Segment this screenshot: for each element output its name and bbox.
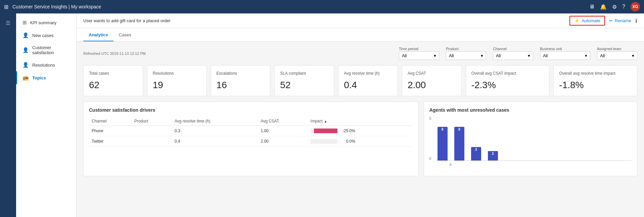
filter-time-period-label: Time period — [399, 47, 439, 51]
kpi-card-resolve-impact: Overall avg resolve time impact -1.8% — [553, 65, 637, 96]
tabs-bar: Analytics Cases — [77, 28, 644, 41]
col-channel: Channel — [89, 117, 132, 126]
kpi-label: Escalations — [217, 71, 265, 76]
x-axis-labels: 0 — [438, 160, 632, 169]
sidebar-item-label: New cases — [32, 33, 54, 38]
tab-cases[interactable]: Cases — [113, 28, 137, 41]
rename-icon: ✏ — [609, 18, 613, 23]
filter-channel-select[interactable]: All ▾ — [493, 51, 533, 60]
kpi-value: -1.8% — [559, 80, 632, 91]
impact-value: -25.0% — [340, 129, 355, 133]
filter-channel-label: Channel — [493, 47, 533, 51]
app-title: Customer Service Insights | My workspace — [12, 4, 585, 9]
filter-assigned-team-select[interactable]: All ▾ — [597, 51, 637, 60]
bar: 8 — [438, 127, 448, 160]
filter-time-period-select[interactable]: All ▾ — [399, 51, 439, 60]
kpi-value: 16 — [217, 80, 265, 91]
info-icon[interactable]: ℹ — [635, 18, 637, 24]
chevron-down-icon: ▾ — [585, 53, 587, 58]
hamburger-icon[interactable]: ☰ — [1, 16, 15, 30]
agents-chart-title: Agents with most unresolved cases — [429, 107, 632, 113]
monitor-icon[interactable]: 🖥 — [589, 4, 595, 10]
y-axis: 5 0 — [429, 117, 431, 160]
filter-time-period: Time period All ▾ — [399, 47, 439, 60]
sidebar-item-label: Resolutions — [32, 63, 55, 68]
sidebar-item-kpi-summary[interactable]: ⊞ KPI summary — [16, 16, 76, 29]
apps-icon[interactable]: ⊞ — [4, 4, 8, 10]
col-impact[interactable]: Impact ▲ — [308, 117, 413, 126]
filter-business-unit-select[interactable]: All ▾ — [540, 51, 590, 60]
sidebar-item-topics[interactable]: 📻 Topics — [16, 71, 76, 84]
customer-satisfaction-icon: 👤 — [22, 47, 29, 53]
filter-business-unit: Business unit All ▾ — [540, 47, 590, 60]
header-actions: ⚡ Automate ✏ Rename ℹ — [569, 16, 637, 26]
chevron-down-icon: ▾ — [528, 53, 530, 58]
rename-button[interactable]: ✏ Rename — [609, 18, 631, 23]
col-avg-csat: Avg CSAT — [258, 117, 308, 126]
kpi-card-avg-resolve: Avg resolve time (h) 0.4 — [338, 65, 398, 96]
kpi-value: 52 — [280, 80, 328, 91]
sidebar-item-label: Topics — [32, 75, 46, 80]
kpi-summary-icon: ⊞ — [22, 20, 27, 26]
filter-channel: Channel All ▾ — [493, 47, 533, 60]
cell-avg-resolve: 0.4 — [172, 136, 258, 147]
automate-label: Automate — [582, 18, 600, 23]
sidebar-item-resolutions[interactable]: 👤 Resolutions — [16, 59, 76, 71]
kpi-value: 62 — [89, 80, 137, 91]
cell-product — [132, 126, 172, 136]
chevron-down-icon: ▾ — [481, 53, 483, 58]
automate-icon: ⚡ — [574, 18, 580, 23]
top-navigation: ⊞ Customer Service Insights | My workspa… — [0, 0, 644, 13]
bar-group: 3 — [471, 147, 481, 160]
chart-area: 5 0 8 8 — [429, 117, 632, 171]
kpi-label: Avg resolve time (h) — [344, 71, 392, 76]
kpi-card-csat-impact: Overall avg CSAT impact -2.3% — [466, 65, 550, 96]
header-bar: User wants to add gift card for a placed… — [77, 13, 644, 28]
cell-impact: 0.0% — [308, 136, 413, 147]
topics-icon: 📻 — [22, 75, 29, 81]
automate-button[interactable]: ⚡ Automate — [569, 16, 605, 26]
bar-value: 3 — [475, 148, 477, 151]
kpi-label: Overall avg resolve time impact — [559, 71, 632, 76]
sidebar-item-customer-satisfaction[interactable]: 👤 Customer satisfaction — [16, 42, 76, 59]
kpi-label: Resolutions — [153, 71, 201, 76]
resolutions-icon: 👤 — [22, 62, 29, 68]
satisfaction-drivers-table: Channel Product Avg resolve time (h) Avg… — [89, 117, 413, 147]
impact-bar — [314, 129, 337, 133]
agents-chart-panel: Agents with most unresolved cases 5 0 8 — [424, 102, 637, 176]
filter-assigned-team: Assigned team All ▾ — [597, 47, 637, 60]
sort-icon: ▲ — [324, 119, 327, 123]
bar-group: 2 — [488, 151, 498, 160]
kpi-label: Total cases — [89, 71, 137, 76]
filters-row: Refreshed UTC 2019-11-13 12:12 PM Time p… — [83, 47, 637, 60]
tab-analytics[interactable]: Analytics — [83, 28, 113, 41]
help-icon[interactable]: ? — [622, 4, 625, 10]
kpi-value: 19 — [153, 80, 201, 91]
filter-business-unit-label: Business unit — [540, 47, 590, 51]
sidebar-item-new-cases[interactable]: 👤 New cases — [16, 29, 76, 42]
cell-channel: Phone — [89, 126, 132, 136]
sidebar-nav: ⊞ KPI summary 👤 New cases 👤 Customer sat… — [16, 13, 77, 217]
bar-value: 2 — [492, 152, 494, 155]
bar: 3 — [471, 147, 481, 160]
settings-icon[interactable]: ⚙ — [612, 4, 617, 10]
page-title: User wants to add gift card for a placed… — [83, 18, 171, 23]
chevron-down-icon: ▾ — [434, 53, 436, 58]
top-nav-icons: 🖥 🔔 ⚙ ? XG — [589, 2, 640, 11]
refresh-timestamp: Refreshed UTC 2019-11-13 12:12 PM — [83, 51, 147, 56]
impact-bar-container — [311, 139, 337, 144]
filter-product-select[interactable]: All ▾ — [446, 51, 486, 60]
kpi-label: Avg CSAT — [408, 71, 456, 76]
kpi-card-total-cases: Total cases 62 — [83, 65, 143, 96]
bell-icon[interactable]: 🔔 — [600, 4, 607, 10]
bar-group: 8 — [438, 127, 448, 160]
filter-product: Product All ▾ — [446, 47, 486, 60]
sidebar-item-label: KPI summary — [30, 20, 56, 25]
kpi-cards-row: Total cases 62 Resolutions 19 Escalation… — [83, 65, 637, 96]
avatar[interactable]: XG — [631, 2, 640, 11]
satisfaction-drivers-panel: Customer satisfaction drivers Channel Pr… — [83, 102, 418, 176]
col-avg-resolve: Avg resolve time (h) — [172, 117, 258, 126]
kpi-card-avg-csat: Avg CSAT 2.00 — [402, 65, 462, 96]
table-row: Phone 0.3 1.00 -25.0% — [89, 126, 413, 136]
satisfaction-drivers-title: Customer satisfaction drivers — [89, 107, 413, 113]
